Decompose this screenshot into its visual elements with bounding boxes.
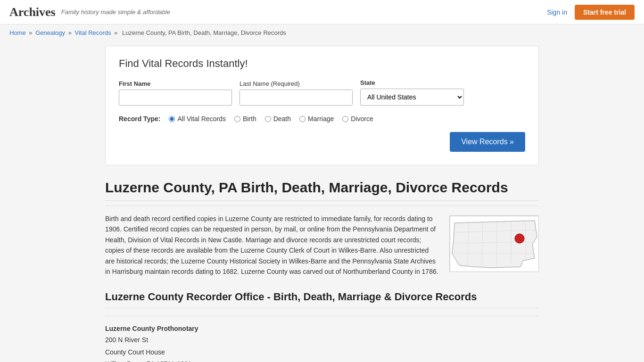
radio-divorce-input[interactable] — [342, 116, 348, 122]
header-left: Archives Family history made simple & af… — [9, 5, 170, 19]
radio-death-input[interactable] — [265, 116, 271, 122]
office-name: Luzerne County Prothonotary — [105, 325, 539, 332]
breadcrumb: Home » Genealogy » Vital Records » Luzer… — [0, 25, 644, 41]
state-select[interactable]: All United StatesAlabamaAlaskaArizonaArk… — [360, 89, 464, 106]
first-name-label: First Name — [119, 80, 232, 87]
radio-divorce-label: Divorce — [351, 115, 373, 123]
breadcrumb-sep2: » — [68, 29, 74, 36]
view-records-btn-row: View Records » — [119, 132, 525, 152]
radio-birth[interactable]: Birth — [234, 115, 256, 123]
content-section: Birth and death record certified copies … — [105, 214, 539, 277]
breadcrumb-vital-records[interactable]: Vital Records — [75, 29, 111, 36]
state-group: State All United StatesAlabamaAlaskaAriz… — [360, 79, 464, 106]
logo: Archives — [9, 5, 56, 19]
header-right: Sign in Start free trial — [547, 5, 635, 20]
main-content: Find Vital Records Instantly! First Name… — [96, 41, 548, 362]
pennsylvania-map — [449, 215, 539, 272]
last-name-input[interactable] — [239, 90, 353, 106]
record-type-label: Record Type: — [119, 115, 160, 123]
breadcrumb-genealogy[interactable]: Genealogy — [35, 29, 65, 36]
breadcrumb-current: Luzerne County, PA Birth, Death, Marriag… — [122, 29, 286, 36]
search-fields: First Name Last Name (Required) State Al… — [119, 79, 525, 106]
radio-all-label: All Vital Records — [177, 115, 225, 123]
page-title: Luzerne County, PA Birth, Death, Marriag… — [105, 180, 539, 201]
recorder-title: Luzerne County Recorder Office - Birth, … — [105, 291, 539, 308]
radio-marriage[interactable]: Marriage — [299, 115, 334, 123]
view-records-button[interactable]: View Records » — [450, 132, 525, 152]
breadcrumb-sep3: » — [114, 29, 119, 36]
header: Archives Family history made simple & af… — [0, 0, 644, 25]
last-name-label: Last Name (Required) — [239, 80, 353, 87]
search-box: Find Vital Records Instantly! First Name… — [105, 46, 539, 165]
radio-divorce[interactable]: Divorce — [342, 115, 373, 123]
radio-birth-label: Birth — [243, 115, 256, 123]
state-label: State — [360, 79, 464, 86]
radio-death-label: Death — [273, 115, 291, 123]
breadcrumb-home[interactable]: Home — [9, 29, 26, 36]
search-title: Find Vital Records Instantly! — [119, 58, 525, 70]
radio-all-input[interactable] — [169, 116, 175, 122]
first-name-group: First Name — [119, 80, 232, 106]
radio-marriage-input[interactable] — [299, 116, 305, 122]
radio-marriage-label: Marriage — [308, 115, 334, 123]
tagline: Family history made simple & affordable — [61, 8, 170, 16]
address-line1: 200 N River St — [105, 334, 539, 346]
address-line3: Wilkes-Barre, PA 18711-1001 — [105, 358, 539, 362]
radio-death[interactable]: Death — [265, 115, 291, 123]
sign-in-link[interactable]: Sign in — [547, 8, 567, 16]
content-description: Birth and death record certified copies … — [105, 214, 440, 277]
start-trial-button[interactable]: Start free trial — [575, 5, 635, 20]
radio-birth-input[interactable] — [234, 116, 240, 122]
address-line2: County Court House — [105, 346, 539, 358]
map-container — [449, 215, 539, 277]
breadcrumb-sep1: » — [29, 29, 34, 36]
record-type-row: Record Type: All Vital Records Birth Dea… — [119, 115, 525, 123]
svg-point-10 — [515, 234, 524, 243]
radio-all-vital-records[interactable]: All Vital Records — [169, 115, 225, 123]
first-name-input[interactable] — [119, 90, 232, 106]
last-name-group: Last Name (Required) — [239, 80, 353, 106]
office-address: 200 N River St County Court House Wilkes… — [105, 334, 539, 362]
